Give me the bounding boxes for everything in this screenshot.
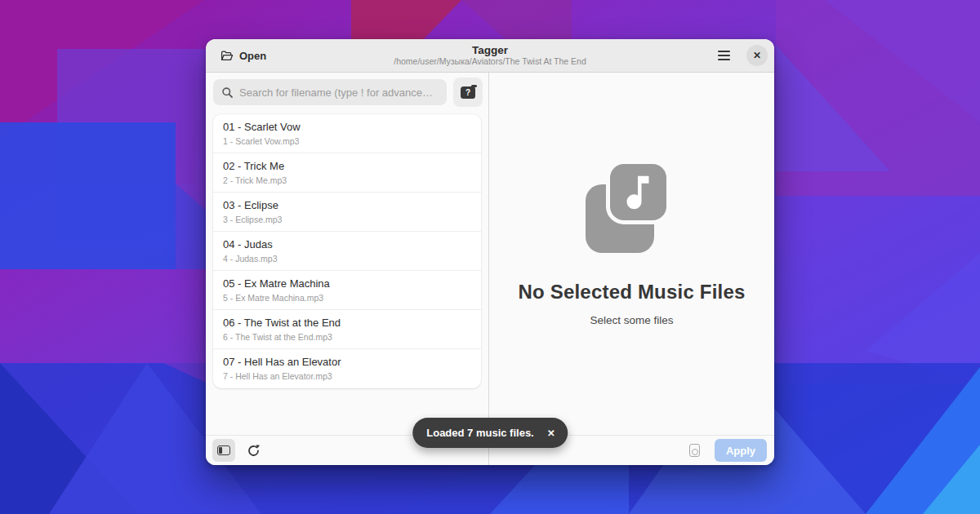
search-input[interactable] [239, 86, 439, 99]
search-row: ? [206, 73, 488, 107]
document-magnifier-icon [689, 444, 700, 457]
list-item[interactable]: 05 - Ex Matre Machina 5 - Ex Matre Machi… [213, 271, 481, 310]
search-entry [213, 79, 447, 105]
empty-state: No Selected Music Files Select some file… [489, 73, 774, 435]
track-title: 03 - Eclipse [223, 198, 471, 212]
close-icon: ✕ [753, 50, 761, 61]
music-note-icon [616, 171, 660, 215]
tagger-window: Open Tagger /home/user/Музыка/Aviators/T… [206, 39, 774, 465]
refresh-icon [247, 444, 261, 458]
track-title: 01 - Scarlet Vow [223, 120, 471, 134]
close-icon: ✕ [547, 428, 555, 439]
list-item[interactable]: 04 - Judas 4 - Judas.mp3 [213, 232, 481, 271]
window-title-block: Tagger /home/user/Музыка/Aviators/The Tw… [394, 44, 586, 67]
track-title: 05 - Ex Matre Machina [223, 277, 471, 290]
track-filename: 4 - Judas.mp3 [223, 253, 471, 264]
file-list-pane: ? 01 - Scarlet Vow 1 - Scarlet Vow.mp3 0… [206, 73, 488, 465]
list-item[interactable]: 03 - Eclipse 3 - Eclipse.mp3 [213, 193, 481, 232]
main-menu-button[interactable] [711, 43, 736, 68]
track-filename: 7 - Hell Has an Elevator.mp3 [223, 370, 471, 382]
track-filename: 2 - Trick Me.mp3 [223, 175, 471, 186]
headerbar-controls: ✕ [711, 43, 768, 68]
track-title: 04 - Judas [223, 237, 471, 251]
question-box-icon: ? [461, 86, 475, 99]
window-close-button[interactable]: ✕ [746, 45, 768, 66]
toast-message: Loaded 7 music files. [426, 427, 534, 439]
detail-pane: No Selected Music Files Select some file… [489, 73, 774, 465]
refresh-button[interactable] [242, 439, 265, 462]
headerbar: Open Tagger /home/user/Музыка/Aviators/T… [206, 39, 774, 73]
empty-state-subtitle: Select some files [590, 314, 673, 326]
window-body: ? 01 - Scarlet Vow 1 - Scarlet Vow.mp3 0… [206, 73, 774, 465]
desktop: Open Tagger /home/user/Музыка/Aviators/T… [0, 0, 980, 514]
hamburger-menu-icon [718, 51, 730, 60]
track-filename: 5 - Ex Matre Machina.mp3 [223, 292, 471, 304]
folder-open-icon [220, 50, 234, 62]
window-title: Tagger [394, 44, 586, 56]
track-title: 02 - Trick Me [223, 159, 471, 173]
open-button-label: Open [239, 50, 266, 62]
track-filename: 6 - The Twist at the End.mp3 [223, 331, 471, 343]
music-note-albums-icon [586, 160, 679, 253]
list-item[interactable]: 07 - Hell Has an Elevator 7 - Hell Has a… [213, 349, 481, 388]
apply-button[interactable]: Apply [715, 439, 767, 462]
list-item[interactable]: 01 - Scarlet Vow 1 - Scarlet Vow.mp3 [213, 114, 481, 153]
empty-state-title: No Selected Music Files [518, 281, 745, 304]
music-file-list: 01 - Scarlet Vow 1 - Scarlet Vow.mp3 02 … [213, 114, 481, 388]
document-preview-button[interactable] [684, 439, 706, 462]
track-title: 07 - Hell Has an Elevator [223, 355, 471, 369]
window-subtitle-path: /home/user/Музыка/Aviators/The Twist At … [394, 56, 586, 67]
toast-notification: Loaded 7 music files. ✕ [412, 418, 568, 448]
toast-close-button[interactable]: ✕ [541, 423, 562, 444]
list-item[interactable]: 06 - The Twist at the End 6 - The Twist … [213, 310, 481, 349]
sidebar-toggle-button[interactable] [212, 439, 235, 462]
track-filename: 3 - Eclipse.mp3 [223, 214, 471, 225]
search-icon [221, 86, 234, 99]
track-filename: 1 - Scarlet Vow.mp3 [223, 135, 471, 147]
advanced-search-button[interactable]: ? [453, 78, 483, 107]
list-item[interactable]: 02 - Trick Me 2 - Trick Me.mp3 [213, 153, 481, 193]
track-title: 06 - The Twist at the End [223, 316, 471, 330]
sidebar-panel-icon [217, 445, 230, 455]
open-button[interactable]: Open [212, 43, 274, 68]
